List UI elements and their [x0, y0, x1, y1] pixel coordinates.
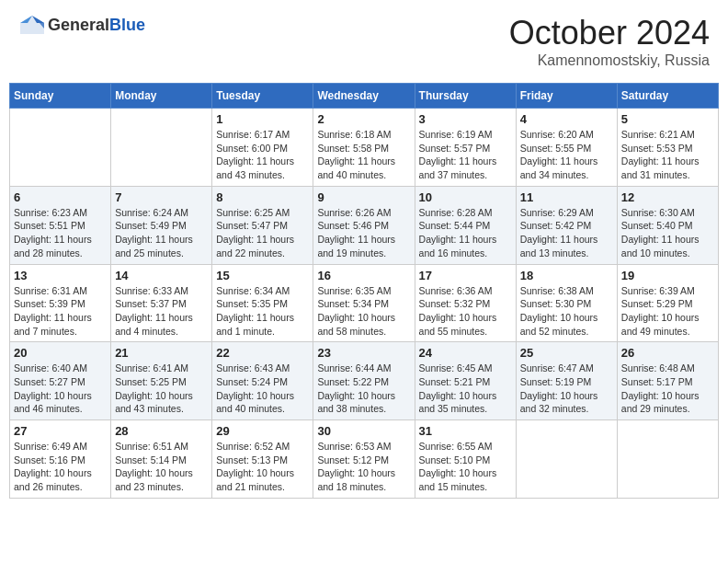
day-info: Sunrise: 6:28 AM Sunset: 5:44 PM Dayligh…: [419, 206, 512, 260]
day-info: Sunrise: 6:55 AM Sunset: 5:10 PM Dayligh…: [419, 440, 512, 494]
day-number: 17: [419, 269, 512, 282]
day-number: 16: [317, 269, 410, 282]
day-number: 15: [216, 269, 309, 282]
day-info: Sunrise: 6:49 AM Sunset: 5:16 PM Dayligh…: [14, 440, 107, 494]
day-number: 18: [520, 269, 613, 282]
logo-text: GeneralBlue: [48, 16, 145, 35]
day-number: 23: [317, 346, 410, 360]
calendar-week-row: 6Sunrise: 6:23 AM Sunset: 5:51 PM Daylig…: [10, 186, 719, 264]
day-number: 29: [216, 424, 309, 438]
table-row: 28Sunrise: 6:51 AM Sunset: 5:14 PM Dayli…: [111, 420, 212, 499]
day-number: 6: [14, 190, 107, 204]
header-monday: Monday: [111, 84, 212, 109]
day-number: 26: [621, 346, 714, 360]
table-row: 18Sunrise: 6:38 AM Sunset: 5:30 PM Dayli…: [516, 264, 617, 342]
table-row: [111, 109, 212, 187]
day-info: Sunrise: 6:19 AM Sunset: 5:57 PM Dayligh…: [419, 128, 512, 182]
day-info: Sunrise: 6:40 AM Sunset: 5:27 PM Dayligh…: [14, 362, 107, 416]
day-info: Sunrise: 6:53 AM Sunset: 5:12 PM Dayligh…: [317, 440, 410, 494]
calendar-week-row: 20Sunrise: 6:40 AM Sunset: 5:27 PM Dayli…: [10, 342, 719, 420]
day-info: Sunrise: 6:26 AM Sunset: 5:46 PM Dayligh…: [317, 206, 410, 260]
day-number: 9: [317, 190, 410, 204]
day-info: Sunrise: 6:17 AM Sunset: 6:00 PM Dayligh…: [216, 128, 309, 182]
day-number: 22: [216, 346, 309, 360]
table-row: 24Sunrise: 6:45 AM Sunset: 5:21 PM Dayli…: [415, 342, 516, 420]
table-row: 27Sunrise: 6:49 AM Sunset: 5:16 PM Dayli…: [10, 420, 111, 499]
header-tuesday: Tuesday: [212, 84, 313, 109]
day-info: Sunrise: 6:47 AM Sunset: 5:19 PM Dayligh…: [520, 362, 613, 416]
header-saturday: Saturday: [617, 84, 718, 109]
table-row: 10Sunrise: 6:28 AM Sunset: 5:44 PM Dayli…: [415, 186, 516, 264]
day-info: Sunrise: 6:44 AM Sunset: 5:22 PM Dayligh…: [317, 362, 410, 416]
svg-marker-0: [20, 16, 44, 34]
day-number: 11: [520, 190, 613, 204]
day-number: 28: [115, 424, 208, 438]
day-info: Sunrise: 6:30 AM Sunset: 5:40 PM Dayligh…: [621, 206, 714, 260]
table-row: 22Sunrise: 6:43 AM Sunset: 5:24 PM Dayli…: [212, 342, 313, 420]
month-title: October 2024: [509, 14, 710, 52]
table-row: 21Sunrise: 6:41 AM Sunset: 5:25 PM Dayli…: [111, 342, 212, 420]
day-info: Sunrise: 6:51 AM Sunset: 5:14 PM Dayligh…: [115, 440, 208, 494]
table-row: [10, 109, 111, 187]
table-row: 4Sunrise: 6:20 AM Sunset: 5:55 PM Daylig…: [516, 109, 617, 187]
day-info: Sunrise: 6:45 AM Sunset: 5:21 PM Dayligh…: [419, 362, 512, 416]
day-number: 12: [621, 190, 714, 204]
table-row: 11Sunrise: 6:29 AM Sunset: 5:42 PM Dayli…: [516, 186, 617, 264]
table-row: [516, 420, 617, 499]
day-info: Sunrise: 6:34 AM Sunset: 5:35 PM Dayligh…: [216, 284, 309, 339]
header-wednesday: Wednesday: [313, 84, 415, 109]
header-thursday: Thursday: [415, 84, 516, 109]
table-row: 31Sunrise: 6:55 AM Sunset: 5:10 PM Dayli…: [415, 420, 516, 499]
day-info: Sunrise: 6:36 AM Sunset: 5:32 PM Dayligh…: [419, 284, 512, 339]
table-row: 14Sunrise: 6:33 AM Sunset: 5:37 PM Dayli…: [111, 264, 212, 342]
day-number: 14: [115, 269, 208, 282]
day-info: Sunrise: 6:31 AM Sunset: 5:39 PM Dayligh…: [14, 284, 107, 339]
table-row: 25Sunrise: 6:47 AM Sunset: 5:19 PM Dayli…: [516, 342, 617, 420]
calendar-header-row: Sunday Monday Tuesday Wednesday Thursday…: [10, 84, 719, 109]
day-info: Sunrise: 6:52 AM Sunset: 5:13 PM Dayligh…: [216, 440, 309, 494]
calendar-table: Sunday Monday Tuesday Wednesday Thursday…: [9, 83, 719, 499]
day-number: 3: [419, 112, 512, 126]
table-row: 15Sunrise: 6:34 AM Sunset: 5:35 PM Dayli…: [212, 264, 313, 342]
day-number: 1: [216, 112, 309, 126]
day-number: 8: [216, 190, 309, 204]
calendar-week-row: 1Sunrise: 6:17 AM Sunset: 6:00 PM Daylig…: [10, 109, 719, 187]
title-block: October 2024 Kamennomostskiy, Russia: [509, 14, 710, 69]
logo: GeneralBlue: [18, 14, 145, 36]
day-info: Sunrise: 6:33 AM Sunset: 5:37 PM Dayligh…: [115, 284, 208, 339]
table-row: 16Sunrise: 6:35 AM Sunset: 5:34 PM Dayli…: [313, 264, 415, 342]
table-row: [617, 420, 718, 499]
table-row: 2Sunrise: 6:18 AM Sunset: 5:58 PM Daylig…: [313, 109, 415, 187]
page-header: GeneralBlue October 2024 Kamennomostskiy…: [9, 9, 719, 74]
day-info: Sunrise: 6:25 AM Sunset: 5:47 PM Dayligh…: [216, 206, 309, 260]
table-row: 12Sunrise: 6:30 AM Sunset: 5:40 PM Dayli…: [617, 186, 718, 264]
day-number: 5: [621, 112, 714, 126]
day-info: Sunrise: 6:29 AM Sunset: 5:42 PM Dayligh…: [520, 206, 613, 260]
table-row: 7Sunrise: 6:24 AM Sunset: 5:49 PM Daylig…: [111, 186, 212, 264]
table-row: 5Sunrise: 6:21 AM Sunset: 5:53 PM Daylig…: [617, 109, 718, 187]
table-row: 19Sunrise: 6:39 AM Sunset: 5:29 PM Dayli…: [617, 264, 718, 342]
day-info: Sunrise: 6:35 AM Sunset: 5:34 PM Dayligh…: [317, 284, 410, 339]
day-number: 30: [317, 424, 410, 438]
day-number: 19: [621, 269, 714, 282]
day-info: Sunrise: 6:39 AM Sunset: 5:29 PM Dayligh…: [621, 284, 714, 339]
table-row: 20Sunrise: 6:40 AM Sunset: 5:27 PM Dayli…: [10, 342, 111, 420]
day-info: Sunrise: 6:23 AM Sunset: 5:51 PM Dayligh…: [14, 206, 107, 260]
location-title: Kamennomostskiy, Russia: [509, 52, 710, 69]
day-number: 27: [14, 424, 107, 438]
calendar-week-row: 13Sunrise: 6:31 AM Sunset: 5:39 PM Dayli…: [10, 264, 719, 342]
table-row: 8Sunrise: 6:25 AM Sunset: 5:47 PM Daylig…: [212, 186, 313, 264]
day-number: 10: [419, 190, 512, 204]
day-number: 24: [419, 346, 512, 360]
day-info: Sunrise: 6:48 AM Sunset: 5:17 PM Dayligh…: [621, 362, 714, 416]
table-row: 23Sunrise: 6:44 AM Sunset: 5:22 PM Dayli…: [313, 342, 415, 420]
table-row: 9Sunrise: 6:26 AM Sunset: 5:46 PM Daylig…: [313, 186, 415, 264]
day-info: Sunrise: 6:24 AM Sunset: 5:49 PM Dayligh…: [115, 206, 208, 260]
table-row: 29Sunrise: 6:52 AM Sunset: 5:13 PM Dayli…: [212, 420, 313, 499]
day-number: 7: [115, 190, 208, 204]
table-row: 13Sunrise: 6:31 AM Sunset: 5:39 PM Dayli…: [10, 264, 111, 342]
day-number: 2: [317, 112, 410, 126]
header-sunday: Sunday: [10, 84, 111, 109]
table-row: 30Sunrise: 6:53 AM Sunset: 5:12 PM Dayli…: [313, 420, 415, 499]
day-number: 21: [115, 346, 208, 360]
